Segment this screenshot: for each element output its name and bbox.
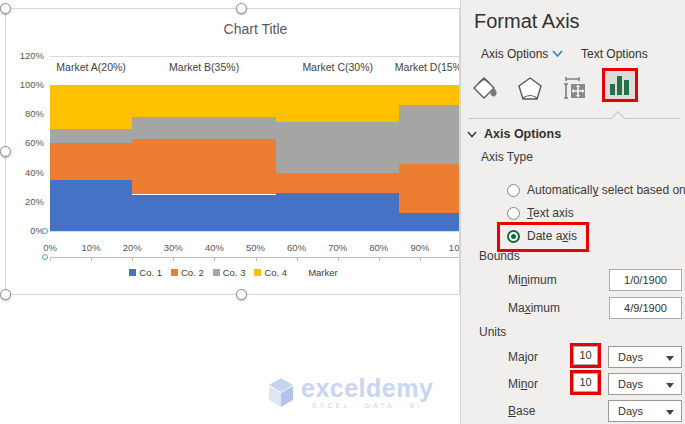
gridline (50, 56, 460, 57)
series-block-co3[interactable] (399, 105, 460, 163)
paint-bucket-icon (472, 75, 498, 101)
minor-unit-label: Minor (508, 377, 538, 391)
x-axis-tick-label: 70% (320, 242, 356, 253)
series-block-co1[interactable] (399, 213, 460, 231)
units-label: Units (479, 325, 506, 339)
excel-canvas: Chart Title 0%20%40%60%80%100%120%Market… (0, 0, 685, 424)
resize-handle-top-center[interactable] (236, 3, 247, 14)
radio-label: Automatically select based on (527, 183, 685, 197)
minor-unit-input[interactable]: 10 (573, 373, 598, 392)
chart-object[interactable]: Chart Title 0%20%40%60%80%100%120%Market… (5, 8, 460, 295)
legend-item[interactable]: Marker (308, 267, 338, 278)
y-axis-tick-label: 100% (6, 79, 44, 90)
legend-item[interactable]: Co. 2 (171, 267, 204, 278)
dropdown-caret-icon (666, 410, 674, 415)
legend-swatch (213, 269, 220, 276)
chart-title[interactable]: Chart Title (50, 21, 460, 37)
size-properties-icon[interactable] (557, 72, 593, 104)
series-block-co2[interactable] (399, 164, 460, 214)
series-block-co1[interactable] (50, 180, 132, 231)
category-label: Market B(35%) (139, 61, 269, 73)
fill-icon[interactable] (467, 72, 503, 104)
major-unit-input[interactable]: 10 (573, 346, 598, 365)
legend-item[interactable]: Co. 3 (213, 267, 246, 278)
category-label: Market A(20%) (26, 61, 156, 73)
resize-handle-top-left[interactable] (0, 3, 11, 14)
minor-unit-value: Days (618, 378, 643, 390)
base-unit-dropdown[interactable]: Days (608, 400, 682, 422)
legend-label: Co. 1 (139, 267, 162, 278)
x-axis-tick-label: 10% (73, 242, 109, 253)
radio-circle[interactable] (507, 230, 520, 243)
radio-label: Text axis (527, 206, 574, 220)
axis-endpoint-handle (42, 228, 48, 234)
x-axis-tick-label: 90% (402, 242, 438, 253)
series-block-co1[interactable] (276, 193, 399, 231)
series-block-co2[interactable] (276, 173, 399, 193)
legend-swatch (254, 269, 261, 276)
minor-unit-dropdown[interactable]: Days (608, 373, 682, 395)
base-unit-value: Days (618, 405, 643, 417)
highlight-box-chart-icon (602, 68, 638, 102)
x-axis-tick-label: 30% (155, 242, 191, 253)
series-block-co2[interactable] (50, 143, 132, 180)
series-block-co4[interactable] (399, 85, 460, 105)
series-block-co3[interactable] (50, 129, 132, 144)
axis-endpoint-handle (42, 254, 48, 260)
base-unit-label: Base (508, 404, 535, 418)
chart-icon[interactable] (608, 73, 632, 97)
tab-text-options[interactable]: Text Options (581, 47, 648, 61)
axis-options-section-header[interactable]: Axis Options (467, 127, 561, 141)
series-block-co4[interactable] (132, 85, 276, 117)
major-unit-label: Major (508, 350, 538, 364)
x-axis-tick-label: 40% (196, 242, 232, 253)
resize-handle-middle-left[interactable] (0, 146, 11, 157)
gridline (50, 231, 460, 232)
radio-automatic-axis[interactable]: Automatically select based on (507, 183, 685, 197)
y-axis-tick-label: 20% (6, 196, 44, 207)
maximum-input[interactable]: 4/9/1900 (609, 297, 682, 319)
bar-chart-icon (608, 73, 632, 97)
effects-icon[interactable] (512, 72, 548, 104)
minimum-label: Minimum (508, 273, 557, 287)
series-block-co4[interactable] (276, 85, 399, 122)
selected-tab-notch (611, 111, 625, 125)
legend-label: Marker (308, 267, 338, 278)
x-axis-tick-label: 0% (32, 242, 68, 253)
category-label: Market D(15%) (365, 61, 460, 73)
pentagon-icon (517, 75, 543, 101)
y-axis-tick-label: 120% (6, 50, 44, 61)
major-unit-dropdown[interactable]: Days (608, 346, 682, 368)
series-block-co1[interactable] (132, 195, 276, 232)
series-block-co2[interactable] (132, 139, 276, 194)
size-properties-glyph (562, 75, 588, 101)
y-axis-tick-label: 40% (6, 167, 44, 178)
minimum-input[interactable]: 1/0/1900 (609, 269, 682, 291)
y-axis-tick-label: 80% (6, 108, 44, 119)
series-block-co3[interactable] (276, 122, 399, 173)
tab-axis-options-label: Axis Options (481, 47, 548, 61)
chevron-collapse-icon (467, 131, 477, 138)
series-block-co3[interactable] (132, 117, 276, 139)
radio-circle[interactable] (507, 207, 520, 220)
tab-axis-options[interactable]: Axis Options (481, 47, 563, 61)
section-header-label: Axis Options (484, 127, 561, 141)
x-axis-line[interactable] (50, 257, 460, 258)
legend-label: Co. 2 (181, 267, 204, 278)
maximum-label: Maximum (508, 301, 560, 315)
resize-handle-bottom-center[interactable] (236, 289, 247, 300)
radio-date-axis[interactable]: Date axis (507, 229, 577, 243)
chart-legend[interactable]: Co. 1Co. 2Co. 3Co. 4Marker (6, 267, 460, 278)
legend-item[interactable]: Co. 4 (254, 267, 287, 278)
radio-circle[interactable] (507, 184, 520, 197)
dropdown-caret-icon (666, 356, 674, 361)
radio-text-axis[interactable]: Text axis (507, 206, 574, 220)
resize-handle-bottom-left[interactable] (0, 289, 11, 300)
series-block-co4[interactable] (50, 85, 132, 129)
dropdown-caret-icon (666, 383, 674, 388)
x-axis-tick-label: 60% (279, 242, 315, 253)
y-axis-tick-label: 60% (6, 137, 44, 148)
exceldemy-logo-icon (268, 377, 295, 408)
legend-item[interactable]: Co. 1 (129, 267, 162, 278)
radio-label: Date axis (527, 229, 577, 243)
